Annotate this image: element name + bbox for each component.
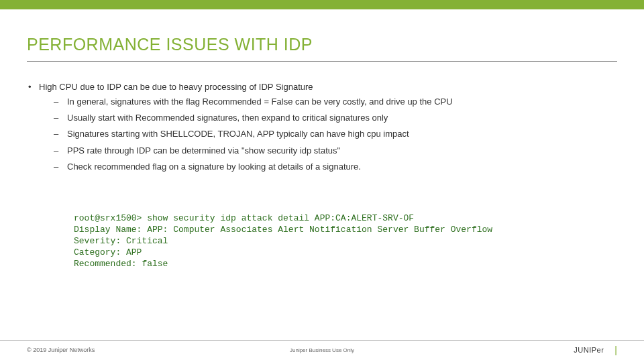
sub-item-text: Signatures starting with SHELLCODE, TROJ… bbox=[67, 128, 409, 140]
page-title: PERFORMANCE ISSUES WITH IDP bbox=[27, 35, 617, 62]
sub-item-text: In general, signatures with the flag Rec… bbox=[67, 96, 453, 108]
list-item: – Check recommended flag on a signature … bbox=[54, 161, 617, 173]
sub-item-text: Usually start with Recommended signature… bbox=[67, 112, 388, 124]
brand-logo: JUNIPer | bbox=[574, 345, 617, 355]
slide-content: PERFORMANCE ISSUES WITH IDP • High CPU d… bbox=[0, 9, 644, 269]
sub-item-text: Check recommended flag on a signature by… bbox=[67, 161, 361, 173]
sub-item-text: PPS rate through IDP can be determined v… bbox=[67, 145, 340, 157]
copyright-text: © 2019 Juniper Networks bbox=[27, 347, 95, 353]
list-item: – Signatures starting with SHELLCODE, TR… bbox=[54, 128, 617, 140]
list-item: – Usually start with Recommended signatu… bbox=[54, 112, 617, 124]
classification-label: Juniper Business Use Only bbox=[290, 347, 354, 353]
bullet-text: High CPU due to IDP can be due to heavy … bbox=[39, 82, 617, 92]
brand-text: JUNIPer bbox=[574, 346, 604, 354]
dash-marker: – bbox=[54, 145, 67, 157]
bullet-marker: • bbox=[27, 82, 39, 92]
cli-output: root@srx1500> show security idp attack d… bbox=[74, 213, 617, 269]
sub-bullet-list: – In general, signatures with the flag R… bbox=[27, 96, 617, 173]
dash-marker: – bbox=[54, 96, 67, 108]
dash-marker: – bbox=[54, 112, 67, 124]
footer: © 2019 Juniper Networks Juniper Business… bbox=[0, 340, 644, 355]
dash-marker: – bbox=[54, 161, 67, 173]
divider-icon: | bbox=[614, 345, 617, 355]
accent-bar bbox=[0, 0, 644, 9]
list-item: – PPS rate through IDP can be determined… bbox=[54, 145, 617, 157]
bullet-main: • High CPU due to IDP can be due to heav… bbox=[27, 82, 617, 92]
dash-marker: – bbox=[54, 128, 67, 140]
list-item: – In general, signatures with the flag R… bbox=[54, 96, 617, 108]
